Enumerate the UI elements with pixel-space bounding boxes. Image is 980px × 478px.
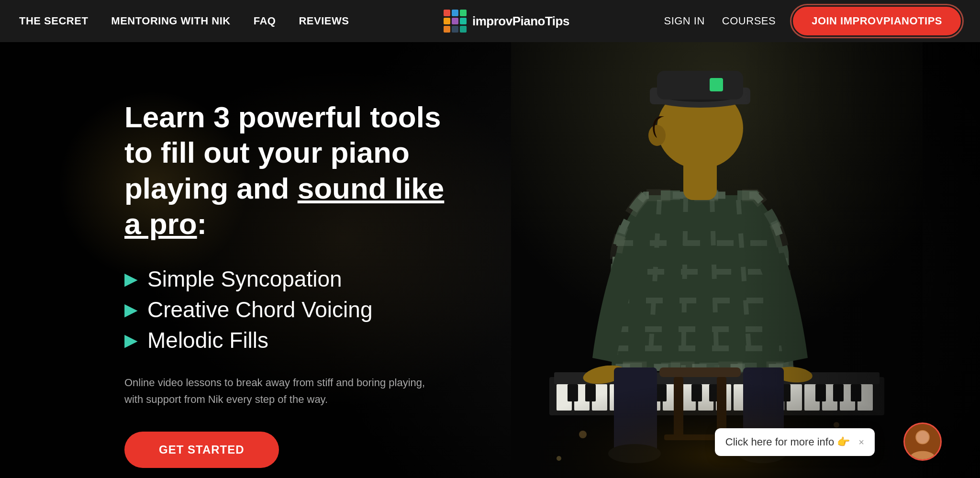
nav-link-faq[interactable]: FAQ	[254, 15, 276, 27]
right-dark-overlay	[741, 42, 980, 478]
site-logo[interactable]: improvPianoTips	[444, 10, 569, 33]
list-item-melodic-fills: ▶ Melodic Fills	[124, 327, 459, 353]
logo-text: improvPianoTips	[472, 14, 569, 29]
nav-right: SIGN IN COURSES JOIN IMPROVPIANOTIPS	[664, 7, 961, 35]
logo-grid-cell	[452, 18, 458, 24]
svg-rect-51	[657, 71, 743, 100]
svg-rect-52	[710, 78, 723, 91]
nav-link-sign-in[interactable]: SIGN IN	[664, 15, 704, 27]
svg-point-53	[648, 125, 666, 146]
nav-left: THE SECRET MENTORING WITH NIK FAQ REVIEW…	[19, 15, 349, 27]
hero-headline: Learn 3 powerful tools to fill out your …	[124, 100, 459, 242]
logo-grid-cell	[460, 26, 467, 33]
logo-grid-cell	[444, 18, 450, 24]
hero-subtext: Online video lessons to break away from …	[124, 374, 431, 408]
hero-section: Learn 3 powerful tools to fill out your …	[0, 42, 980, 478]
logo-grid-cell	[460, 18, 467, 24]
hero-content: Learn 3 powerful tools to fill out your …	[0, 42, 459, 468]
avatar-image	[905, 424, 940, 459]
bullet-arrow-2: ▶	[124, 301, 138, 318]
chat-popup[interactable]: Click here for more info 👉 ×	[715, 428, 875, 456]
join-button[interactable]: JOIN IMPROVPIANOTIPS	[793, 7, 961, 35]
logo-grid-icon	[444, 10, 467, 33]
list-item-syncopation: ▶ Simple Syncopation	[124, 266, 459, 292]
get-started-button[interactable]: GET STARTED	[124, 432, 279, 468]
logo-grid-cell	[452, 26, 458, 33]
chat-close-button[interactable]: ×	[858, 437, 864, 448]
nav-link-the-secret[interactable]: THE SECRET	[19, 15, 88, 27]
chat-message: Click here for more info 👉	[725, 436, 850, 448]
nav-link-reviews[interactable]: REVIEWS	[299, 15, 349, 27]
logo-grid-cell	[452, 10, 458, 16]
bullet-arrow-1: ▶	[124, 270, 138, 288]
logo-grid-cell	[444, 26, 450, 33]
bullet-arrow-3: ▶	[124, 332, 138, 349]
list-item-chord-voicing: ▶ Creative Chord Voicing	[124, 297, 459, 322]
chat-avatar[interactable]	[903, 422, 942, 461]
feature-list: ▶ Simple Syncopation ▶ Creative Chord Vo…	[124, 266, 459, 353]
navbar: THE SECRET MENTORING WITH NIK FAQ REVIEW…	[0, 0, 980, 42]
nav-link-mentoring[interactable]: MENTORING WITH NIK	[111, 15, 230, 27]
logo-grid-cell	[460, 10, 467, 16]
nav-link-courses[interactable]: COURSES	[722, 15, 776, 27]
svg-point-70	[916, 431, 929, 444]
logo-grid-cell	[444, 10, 450, 16]
